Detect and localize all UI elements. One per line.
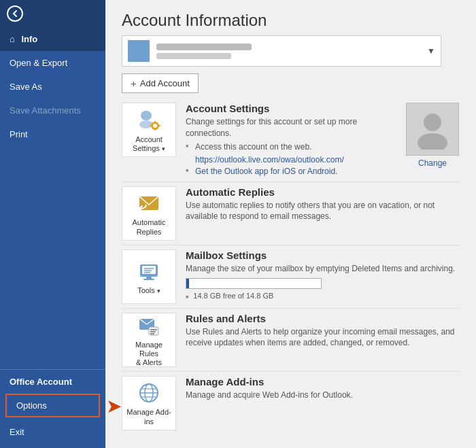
mailbox-size-label: 14.8 GB free of 14.8 GB: [186, 292, 460, 300]
svg-point-3: [153, 124, 157, 128]
automatic-replies-label: AutomaticReplies: [133, 218, 166, 236]
options-label: Options: [16, 400, 47, 411]
add-account-button[interactable]: + Add Account: [122, 73, 199, 93]
account-settings-icon: [137, 108, 161, 133]
sidebar-item-save-as-label: Save As: [10, 82, 42, 92]
main-panel: Account Information ▼ + Add Account: [105, 0, 476, 448]
office-account-label: Office Account: [0, 370, 105, 394]
mailbox-settings-text: Mailbox Settings Manage the size of your…: [186, 249, 460, 300]
tools-icon: [137, 259, 161, 283]
back-button[interactable]: [0, 0, 105, 27]
sidebar-item-info[interactable]: ⌂ Info: [0, 27, 105, 51]
divider-3: [122, 308, 460, 309]
mailbox-settings-title: Mailbox Settings: [186, 249, 460, 261]
automatic-replies-title: Automatic Replies: [186, 186, 460, 198]
manage-addins-text: Manage Add-ins Manage and acquire Web Ad…: [186, 376, 460, 404]
sidebar-item-open-export[interactable]: Open & Export: [0, 51, 105, 75]
divider-4: [122, 371, 460, 372]
mailbox-progress-wrap: [186, 278, 460, 289]
main-content: ▼ + Add Account: [105, 35, 476, 448]
svg-rect-6: [150, 125, 152, 126]
manage-addins-desc: Manage and acquire Web Add-ins for Outlo…: [186, 390, 460, 401]
outlook-app-link[interactable]: Get the Outlook app for iOS or Android.: [195, 167, 337, 176]
account-settings-bullet-1: Access this account on the web.: [186, 142, 397, 152]
divider-1: [122, 182, 460, 182]
add-account-label: Add Account: [140, 78, 190, 88]
svg-point-1: [139, 120, 153, 128]
svg-rect-13: [146, 277, 152, 279]
options-arrow-icon: ➤: [106, 394, 122, 417]
rules-alerts-title: Rules and Alerts: [186, 313, 460, 324]
rules-alerts-label: Manage Rules& Alerts: [126, 341, 171, 368]
svg-rect-0: [141, 111, 152, 120]
sidebar: ⌂ Info Open & Export Save As Save Attach…: [0, 0, 105, 448]
back-icon: [7, 5, 23, 22]
exit-button[interactable]: Exit: [0, 421, 105, 443]
sidebar-item-print-label: Print: [10, 129, 28, 139]
manage-addins-icon-box[interactable]: Manage Add-ins: [122, 376, 176, 430]
account-name-blurred: [156, 44, 252, 50]
mailbox-progress-bar: [186, 278, 322, 289]
svg-rect-7: [158, 125, 160, 126]
exit-label: Exit: [10, 427, 24, 437]
automatic-replies-text: Automatic Replies Use automatic replies …: [186, 186, 460, 226]
outlook-web-link[interactable]: https://outlook.live.com/owa/outlook.com…: [195, 155, 344, 165]
account-settings-bullet-2: Get the Outlook app for iOS or Android.: [186, 167, 397, 176]
mailbox-settings-icon-box[interactable]: Tools ▾: [122, 249, 176, 304]
svg-rect-14: [143, 279, 154, 280]
sidebar-item-save-as[interactable]: Save As: [0, 75, 105, 99]
automatic-replies-icon: [137, 191, 161, 216]
page-title: Account Information: [122, 11, 460, 30]
profile-image-section: Change: [405, 103, 460, 168]
account-settings-link-1-wrap: https://outlook.live.com/owa/outlook.com…: [186, 153, 397, 165]
manage-addins-label: Manage Add-ins: [126, 408, 171, 426]
section-automatic-replies: AutomaticReplies Automatic Replies Use a…: [122, 186, 460, 241]
svg-point-8: [424, 114, 441, 131]
rules-alerts-text: Rules and Alerts Use Rules and Alerts to…: [186, 313, 460, 352]
mailbox-settings-desc: Manage the size of your mailbox by empty…: [186, 263, 460, 275]
svg-point-9: [418, 133, 447, 150]
rules-alerts-icon: [137, 313, 161, 338]
mailbox-progress-fill: [186, 279, 189, 288]
section-mailbox-settings: Tools ▾ Mailbox Settings Manage the size…: [122, 249, 460, 304]
account-settings-desc: Change settings for this account or set …: [186, 116, 397, 139]
automatic-replies-icon-box[interactable]: AutomaticReplies: [122, 186, 176, 241]
sidebar-item-info-label: Info: [21, 34, 37, 44]
options-button[interactable]: Options ➤: [5, 394, 100, 417]
tools-label: Tools ▾: [137, 286, 160, 295]
sidebar-bottom: Office Account Options ➤ Exit: [0, 369, 105, 448]
automatic-replies-desc: Use automatic replies to notify others t…: [186, 200, 460, 223]
divider-2: [122, 245, 460, 245]
home-icon: ⌂: [10, 34, 15, 44]
account-avatar: [128, 40, 150, 62]
plus-icon: +: [131, 77, 137, 89]
manage-addins-title: Manage Add-ins: [186, 376, 460, 387]
svg-rect-4: [154, 121, 156, 123]
sidebar-item-save-attachments: Save Attachments: [0, 99, 105, 122]
account-settings-text: Account Settings Change settings for thi…: [186, 103, 397, 177]
main-header: Account Information: [105, 0, 476, 35]
sidebar-item-save-attachments-label: Save Attachments: [10, 105, 81, 116]
account-email-blurred: [156, 53, 231, 59]
account-settings-icon-box[interactable]: AccountSettings ▾: [122, 103, 176, 157]
sidebar-item-open-export-label: Open & Export: [10, 58, 67, 68]
change-profile-link[interactable]: Change: [418, 158, 447, 168]
account-settings-label: AccountSettings ▾: [133, 135, 165, 153]
account-info: [156, 44, 422, 59]
section-account-settings: AccountSettings ▾ Account Settings Chang…: [122, 103, 460, 177]
manage-addins-icon: [137, 381, 161, 405]
svg-rect-5: [154, 128, 156, 131]
profile-image: [406, 103, 459, 156]
rules-alerts-desc: Use Rules and Alerts to help organize yo…: [186, 326, 460, 349]
section-rules-alerts: Manage Rules& Alerts Rules and Alerts Us…: [122, 313, 460, 367]
section-manage-addins: Manage Add-ins Manage Add-ins Manage and…: [122, 376, 460, 430]
account-dropdown-arrow-icon: ▼: [427, 46, 435, 56]
sidebar-item-print[interactable]: Print: [0, 122, 105, 146]
account-settings-title: Account Settings: [186, 103, 397, 114]
account-selector[interactable]: ▼: [122, 35, 441, 67]
rules-alerts-icon-box[interactable]: Manage Rules& Alerts: [122, 313, 176, 367]
